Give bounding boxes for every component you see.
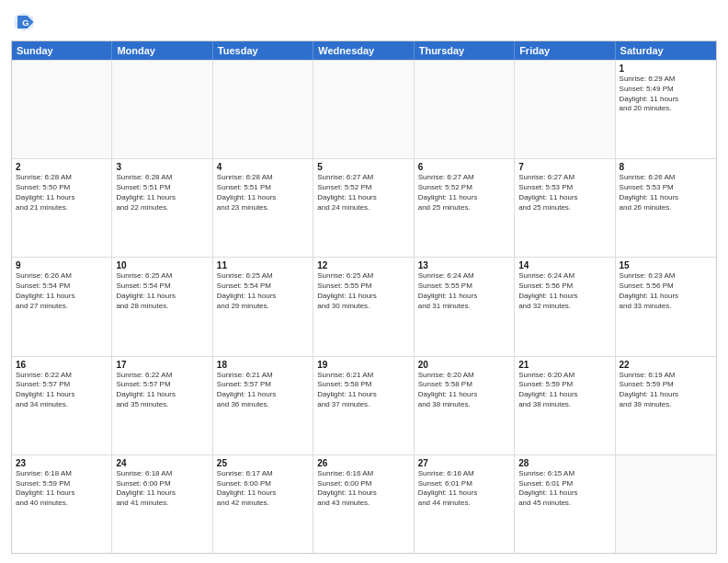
cal-week-3: 9Sunrise: 6:26 AM Sunset: 5:54 PM Daylig…	[12, 257, 716, 355]
cal-cell: 11Sunrise: 6:25 AM Sunset: 5:54 PM Dayli…	[213, 258, 313, 355]
cell-info: Sunrise: 6:16 AM Sunset: 6:01 PM Dayligh…	[418, 469, 510, 509]
cell-info: Sunrise: 6:17 AM Sunset: 6:00 PM Dayligh…	[217, 469, 309, 509]
cell-info: Sunrise: 6:28 AM Sunset: 5:50 PM Dayligh…	[16, 173, 108, 213]
header-day-friday: Friday	[515, 41, 615, 60]
day-number: 23	[16, 458, 108, 468]
cal-cell: 18Sunrise: 6:21 AM Sunset: 5:57 PM Dayli…	[213, 357, 313, 454]
header-day-monday: Monday	[112, 41, 212, 60]
day-number: 22	[620, 360, 712, 370]
day-number: 25	[217, 458, 309, 468]
cal-cell: 27Sunrise: 6:16 AM Sunset: 6:01 PM Dayli…	[415, 455, 515, 553]
cell-info: Sunrise: 6:26 AM Sunset: 5:53 PM Dayligh…	[620, 173, 712, 213]
day-number: 17	[116, 360, 208, 370]
cal-cell: 3Sunrise: 6:28 AM Sunset: 5:51 PM Daylig…	[112, 159, 212, 257]
cell-info: Sunrise: 6:28 AM Sunset: 5:51 PM Dayligh…	[217, 173, 309, 213]
cal-week-5: 23Sunrise: 6:18 AM Sunset: 5:59 PM Dayli…	[12, 454, 716, 553]
calendar-body: 1Sunrise: 6:29 AM Sunset: 5:49 PM Daylig…	[12, 60, 716, 553]
header-day-sunday: Sunday	[12, 41, 112, 60]
day-number: 9	[16, 260, 108, 270]
cal-cell: 21Sunrise: 6:20 AM Sunset: 5:59 PM Dayli…	[515, 357, 615, 454]
cal-cell	[213, 61, 313, 158]
cal-week-1: 1Sunrise: 6:29 AM Sunset: 5:49 PM Daylig…	[12, 60, 716, 158]
svg-text:G: G	[22, 17, 28, 28]
day-number: 2	[16, 162, 108, 172]
cal-cell: 6Sunrise: 6:27 AM Sunset: 5:52 PM Daylig…	[415, 159, 515, 257]
header-day-wednesday: Wednesday	[313, 41, 414, 60]
cal-cell: 24Sunrise: 6:18 AM Sunset: 6:00 PM Dayli…	[112, 455, 212, 553]
day-number: 3	[116, 162, 208, 172]
day-number: 8	[620, 162, 712, 172]
day-number: 20	[418, 360, 510, 370]
header-day-tuesday: Tuesday	[213, 41, 313, 60]
cal-cell	[313, 61, 414, 158]
day-number: 13	[418, 260, 510, 270]
cal-cell: 26Sunrise: 6:16 AM Sunset: 6:00 PM Dayli…	[313, 455, 414, 553]
cal-cell: 4Sunrise: 6:28 AM Sunset: 5:51 PM Daylig…	[213, 159, 313, 257]
cal-cell: 15Sunrise: 6:23 AM Sunset: 5:56 PM Dayli…	[616, 258, 716, 355]
day-number: 1	[620, 63, 712, 74]
cal-cell: 7Sunrise: 6:27 AM Sunset: 5:53 PM Daylig…	[515, 159, 615, 257]
day-number: 19	[317, 360, 409, 370]
cell-info: Sunrise: 6:19 AM Sunset: 5:59 PM Dayligh…	[620, 371, 712, 410]
page: G SundayMondayTuesdayWednesdayThursdayFr…	[0, 0, 728, 563]
header-day-saturday: Saturday	[616, 41, 716, 60]
cell-info: Sunrise: 6:20 AM Sunset: 5:59 PM Dayligh…	[518, 371, 610, 410]
cell-info: Sunrise: 6:25 AM Sunset: 5:54 PM Dayligh…	[217, 271, 309, 311]
day-number: 26	[317, 458, 409, 468]
cal-cell: 5Sunrise: 6:27 AM Sunset: 5:52 PM Daylig…	[313, 159, 414, 257]
cal-cell: 13Sunrise: 6:24 AM Sunset: 5:55 PM Dayli…	[415, 258, 515, 355]
day-number: 14	[518, 260, 610, 270]
day-number: 27	[418, 458, 510, 468]
cal-cell: 22Sunrise: 6:19 AM Sunset: 5:59 PM Dayli…	[616, 357, 716, 454]
cell-info: Sunrise: 6:27 AM Sunset: 5:53 PM Dayligh…	[518, 173, 610, 213]
calendar-header: SundayMondayTuesdayWednesdayThursdayFrid…	[12, 41, 716, 60]
cell-info: Sunrise: 6:25 AM Sunset: 5:55 PM Dayligh…	[317, 271, 409, 311]
day-number: 15	[620, 260, 712, 270]
day-number: 11	[217, 260, 309, 270]
day-number: 12	[317, 260, 409, 270]
day-number: 16	[16, 360, 108, 370]
cell-info: Sunrise: 6:18 AM Sunset: 6:00 PM Dayligh…	[116, 469, 208, 509]
day-number: 10	[116, 260, 208, 270]
cal-cell: 16Sunrise: 6:22 AM Sunset: 5:57 PM Dayli…	[12, 357, 112, 454]
cal-cell: 1Sunrise: 6:29 AM Sunset: 5:49 PM Daylig…	[616, 61, 716, 158]
header-day-thursday: Thursday	[415, 41, 515, 60]
cell-info: Sunrise: 6:24 AM Sunset: 5:56 PM Dayligh…	[518, 271, 610, 311]
cal-cell: 2Sunrise: 6:28 AM Sunset: 5:50 PM Daylig…	[12, 159, 112, 257]
logo: G	[11, 9, 40, 35]
cal-cell: 9Sunrise: 6:26 AM Sunset: 5:54 PM Daylig…	[12, 258, 112, 355]
day-number: 18	[217, 360, 309, 370]
cal-cell: 10Sunrise: 6:25 AM Sunset: 5:54 PM Dayli…	[112, 258, 212, 355]
cal-cell	[12, 61, 112, 158]
cell-info: Sunrise: 6:21 AM Sunset: 5:57 PM Dayligh…	[217, 371, 309, 410]
day-number: 4	[217, 162, 309, 172]
cal-cell: 28Sunrise: 6:15 AM Sunset: 6:01 PM Dayli…	[515, 455, 615, 553]
cell-info: Sunrise: 6:27 AM Sunset: 5:52 PM Dayligh…	[317, 173, 409, 213]
cal-cell: 8Sunrise: 6:26 AM Sunset: 5:53 PM Daylig…	[616, 159, 716, 257]
cal-cell: 23Sunrise: 6:18 AM Sunset: 5:59 PM Dayli…	[12, 455, 112, 553]
day-number: 24	[116, 458, 208, 468]
cell-info: Sunrise: 6:23 AM Sunset: 5:56 PM Dayligh…	[620, 271, 712, 311]
day-number: 5	[317, 162, 409, 172]
cell-info: Sunrise: 6:15 AM Sunset: 6:01 PM Dayligh…	[518, 469, 610, 509]
cal-cell: 12Sunrise: 6:25 AM Sunset: 5:55 PM Dayli…	[313, 258, 414, 355]
cal-cell: 17Sunrise: 6:22 AM Sunset: 5:57 PM Dayli…	[112, 357, 212, 454]
cell-info: Sunrise: 6:24 AM Sunset: 5:55 PM Dayligh…	[418, 271, 510, 311]
cell-info: Sunrise: 6:29 AM Sunset: 5:49 PM Dayligh…	[620, 75, 712, 114]
day-number: 21	[518, 360, 610, 370]
cell-info: Sunrise: 6:22 AM Sunset: 5:57 PM Dayligh…	[16, 371, 108, 410]
cell-info: Sunrise: 6:27 AM Sunset: 5:52 PM Dayligh…	[418, 173, 510, 213]
cal-cell	[616, 455, 716, 553]
cell-info: Sunrise: 6:18 AM Sunset: 5:59 PM Dayligh…	[16, 469, 108, 509]
cell-info: Sunrise: 6:21 AM Sunset: 5:58 PM Dayligh…	[317, 371, 409, 410]
cal-cell	[515, 61, 615, 158]
cal-week-4: 16Sunrise: 6:22 AM Sunset: 5:57 PM Dayli…	[12, 356, 716, 454]
cell-info: Sunrise: 6:16 AM Sunset: 6:00 PM Dayligh…	[317, 469, 409, 509]
cal-cell	[112, 61, 212, 158]
header: G	[11, 9, 717, 35]
cal-cell: 14Sunrise: 6:24 AM Sunset: 5:56 PM Dayli…	[515, 258, 615, 355]
cell-info: Sunrise: 6:22 AM Sunset: 5:57 PM Dayligh…	[116, 371, 208, 410]
cal-cell: 19Sunrise: 6:21 AM Sunset: 5:58 PM Dayli…	[313, 357, 414, 454]
cal-cell: 20Sunrise: 6:20 AM Sunset: 5:58 PM Dayli…	[415, 357, 515, 454]
cal-cell	[415, 61, 515, 158]
